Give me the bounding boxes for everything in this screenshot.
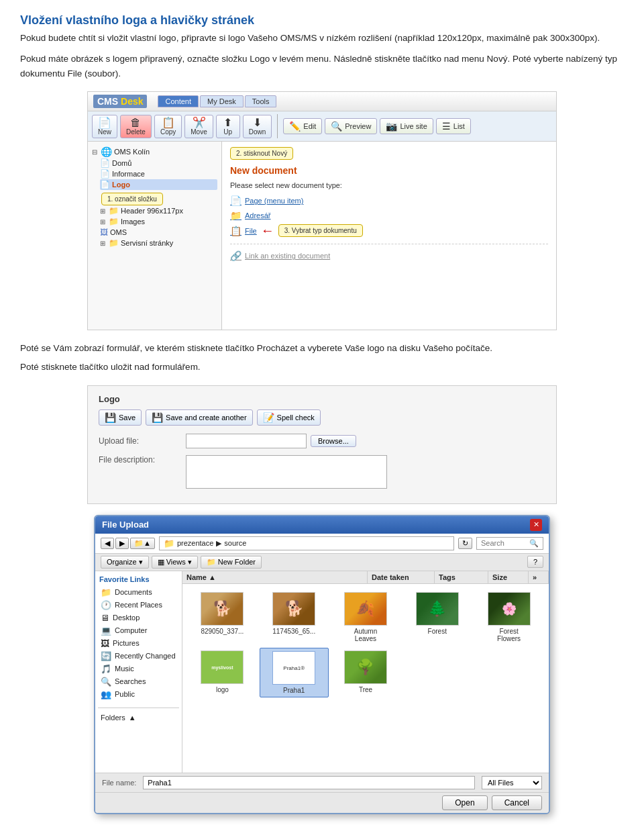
up-label: Up [223, 128, 232, 136]
toolbar-preview-button[interactable]: 🔍 Preview [325, 118, 377, 134]
tab-mydesk[interactable]: My Desk [200, 95, 244, 107]
tree-oms[interactable]: 🖼 OMS [100, 227, 217, 238]
file-thumb-autumn-leaves [344, 592, 387, 626]
file-item-829050[interactable]: 829050_337... [188, 589, 257, 645]
file-desc-row: File description: [99, 455, 545, 489]
file-thumb-1174536: 🐕 [272, 592, 315, 626]
recently-changed-icon: 🔄 [101, 651, 111, 661]
file-item-forest[interactable]: Forest [402, 589, 472, 645]
oms-icon: 🖼 [100, 228, 108, 237]
page-option-label: Page (menu item) [245, 197, 303, 205]
cms-titlebar: CMS Desk Content My Desk Tools [88, 92, 556, 111]
toolbar-copy-button[interactable]: 📋 Copy [154, 115, 182, 138]
cancel-button[interactable]: Cancel [492, 795, 542, 810]
dialog-close-button[interactable]: ✕ [530, 519, 542, 531]
file-name-1174536: 1174536_65... [272, 628, 315, 635]
header-more: » [529, 571, 549, 583]
tab-tools[interactable]: Tools [245, 95, 277, 107]
doc-option-file[interactable]: 📋 File [230, 224, 257, 238]
new-folder-button[interactable]: 📁 New Folder [201, 556, 262, 569]
sidebar-item-searches[interactable]: 🔍 Searches [98, 675, 179, 688]
filename-input[interactable] [143, 776, 475, 789]
search-box: 🔍 [476, 537, 543, 550]
doc-option-link[interactable]: 🔗 Link an existing document [230, 248, 548, 263]
organize-button[interactable]: Organize ▾ [101, 556, 149, 569]
section-paragraph-2: Poté se Vám zobrazí formulář, ve kterém … [20, 341, 624, 356]
servisni-label: Servisní stránky [121, 239, 173, 247]
toolbar-delete-button[interactable]: 🗑 Delete [120, 115, 152, 138]
refresh-button[interactable]: ↻ [458, 538, 472, 549]
open-button[interactable]: Open [442, 795, 487, 810]
tree-domy[interactable]: 📄 Domů [100, 158, 217, 168]
toolbar-new-button[interactable]: 📄 New [92, 115, 117, 138]
toolbar-list-button[interactable]: ☰ List [436, 118, 471, 134]
views-button[interactable]: ▦ Views ▾ [152, 556, 198, 569]
sidebar-item-recent[interactable]: 🕐 Recent Places [98, 599, 179, 612]
search-input[interactable] [481, 539, 528, 547]
tree-root[interactable]: ⊟ 🌐 OMS Kolín [92, 146, 217, 158]
doc-option-page[interactable]: 📄 Page (menu item) [230, 193, 548, 208]
filetype-select[interactable]: All Files [482, 776, 542, 789]
recently-changed-label: Recently Changed [115, 652, 176, 660]
toolbar-edit-button[interactable]: ✏️ Edit [283, 118, 322, 134]
dialog-toolbar2: Organize ▾ ▦ Views ▾ 📁 New Folder ? [95, 554, 549, 571]
toolbar-move-button[interactable]: ✂️ Move [184, 115, 213, 138]
informace-label: Informace [112, 170, 145, 178]
globe-icon: 🌐 [101, 146, 112, 157]
file-name-forest-flowers: ForestFlowers [497, 628, 521, 642]
folder-icon-2: 📁 [109, 217, 119, 226]
back-button[interactable]: ◀ [101, 538, 114, 549]
delete-icon: 🗑 [130, 117, 141, 128]
music-icon: 🎵 [101, 664, 111, 674]
tab-content[interactable]: Content [158, 95, 199, 107]
save-button[interactable]: 💾 Save [99, 409, 142, 426]
livesite-icon: 📷 [386, 121, 397, 132]
up-folder-button[interactable]: 📁▲ [130, 538, 155, 549]
header-size: Size [488, 571, 529, 583]
save-create-button[interactable]: 💾 Save and create another [146, 409, 252, 426]
tree-informace[interactable]: 📄 Informace [100, 168, 217, 179]
computer-label: Computer [115, 626, 147, 634]
sidebar-item-public[interactable]: 👥 Public [98, 688, 179, 701]
browse-button[interactable]: Browse... [311, 435, 356, 447]
file-item-1174536[interactable]: 🐕 1174536_65... [260, 589, 329, 645]
toolbar-up-button[interactable]: ⬆ Up [216, 115, 240, 138]
file-item-praha1[interactable]: Praha1® Praha1 [260, 648, 329, 697]
sidebar-item-documents[interactable]: 📁 Documents [98, 586, 179, 599]
logo-label: Logo [112, 181, 130, 189]
upload-input[interactable] [186, 434, 307, 448]
cms-toolbar: 📄 New 🗑 Delete 📋 Copy ✂️ Move ⬆ Up ⬇ Dow… [88, 111, 556, 142]
file-item-autumn-leaves[interactable]: AutumnLeaves [331, 589, 400, 645]
sidebar-item-desktop[interactable]: 🖥 Desktop [98, 612, 179, 624]
searches-icon: 🔍 [101, 677, 111, 687]
sidebar-item-computer[interactable]: 💻 Computer [98, 624, 179, 637]
file-thumb-829050 [201, 592, 244, 626]
doc-option-adresar[interactable]: 📁 Adresář [230, 208, 548, 223]
files-header: Name ▲ Date taken Tags Size » [182, 571, 549, 584]
cms-tree: ⊟ 🌐 OMS Kolín 📄 Domů 📄 Informace 📄 Logo … [88, 142, 222, 330]
livesite-label: Live site [400, 122, 427, 130]
logo-form: Logo 💾 Save 💾 Save and create another 📝 … [87, 385, 557, 504]
tree-images[interactable]: ⊞ 📁 Images [100, 216, 217, 227]
sidebar-item-music[interactable]: 🎵 Music [98, 663, 179, 675]
file-desc-input[interactable] [186, 455, 387, 489]
toolbar-livesite-button[interactable]: 📷 Live site [380, 118, 433, 134]
domy-label: Domů [112, 159, 131, 167]
tree-servisni[interactable]: ⊞ 📁 Servisní stránky [100, 238, 217, 248]
forward-button[interactable]: ▶ [115, 538, 129, 549]
file-item-forest-flowers[interactable]: ForestFlowers [474, 589, 543, 645]
dialog-actions: Open Cancel [95, 792, 549, 813]
tree-header[interactable]: ⊞ 📁 Header 996x117px [100, 205, 217, 216]
help-button[interactable]: ? [527, 556, 543, 568]
file-item-tree[interactable]: Tree [331, 648, 400, 697]
file-item-logo[interactable]: myslivost logo [188, 648, 257, 697]
public-icon: 👥 [101, 689, 111, 699]
spell-check-button[interactable]: 📝 Spell check [257, 409, 321, 426]
sidebar-item-recently-changed[interactable]: 🔄 Recently Changed [98, 650, 179, 663]
dialog-title: File Upload [102, 520, 149, 530]
desktop-label: Desktop [113, 614, 140, 622]
sidebar-item-pictures[interactable]: 🖼 Pictures [98, 637, 179, 650]
toolbar-down-button[interactable]: ⬇ Down [243, 115, 272, 138]
folders-item[interactable]: Folders ▲ [98, 712, 179, 723]
tree-logo[interactable]: 📄 Logo [100, 179, 217, 190]
